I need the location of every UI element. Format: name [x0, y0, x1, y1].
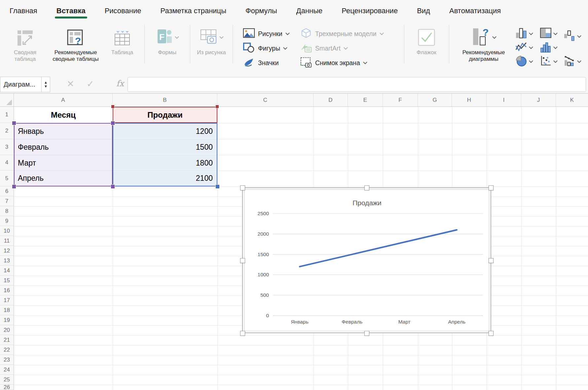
checkbox-button[interactable]: Флажок	[410, 28, 443, 56]
column-header-f[interactable]: F	[383, 94, 418, 106]
cell-A1[interactable]: Месяц	[14, 107, 113, 123]
red-range-handle[interactable]	[216, 105, 219, 108]
sheet-grid[interactable]: ABCDEFGHIJK 1234567891011121314151617181…	[0, 94, 588, 390]
forms-button[interactable]: F Формы	[149, 28, 186, 56]
row-header-14[interactable]: 14	[0, 266, 14, 276]
chart-resize-handle[interactable]	[489, 258, 494, 263]
tab-formulas[interactable]: Формулы	[244, 7, 278, 20]
cell-A3[interactable]: Февраль	[15, 139, 112, 155]
row-header-21[interactable]: 21	[0, 335, 14, 345]
recommended-pivots-button[interactable]: ? Рекомендуемые сводные таблицы	[46, 28, 106, 62]
column-header-e[interactable]: E	[348, 94, 383, 106]
tab-view[interactable]: Вид	[416, 7, 431, 20]
column-header-c[interactable]: C	[217, 94, 313, 106]
chart-resize-handle[interactable]	[240, 185, 245, 190]
histogram-chart-button[interactable]	[540, 41, 558, 54]
recommended-charts-button[interactable]: ? Рекомендуемые диаграммы	[455, 28, 512, 62]
row-header-2[interactable]: 2	[0, 123, 14, 139]
cell-B5[interactable]: 2100	[113, 171, 217, 186]
row-header-5[interactable]: 5	[0, 171, 14, 186]
cell-B4[interactable]: 1800	[113, 155, 217, 171]
smartart-button[interactable]: SmartArt	[300, 42, 348, 54]
scatter-chart-button[interactable]	[540, 55, 558, 68]
screenshot-button[interactable]: Снимок экрана	[300, 57, 367, 69]
chart-resize-handle[interactable]	[489, 185, 494, 190]
shapes-button[interactable]: Фигуры	[243, 42, 287, 54]
column-header-i[interactable]: I	[487, 94, 521, 106]
name-box-stepper[interactable]: ▲▼	[41, 77, 50, 92]
pictures-button[interactable]: Рисунки	[243, 28, 290, 40]
row-header-4[interactable]: 4	[0, 155, 14, 171]
chart-resize-handle[interactable]	[489, 331, 494, 336]
tab-review[interactable]: Рецензирование	[341, 7, 399, 20]
row-header-20[interactable]: 20	[0, 325, 14, 335]
row-header-23[interactable]: 23	[0, 355, 14, 365]
chart-object[interactable]: Продажи05001000150020002500ЯнварьФевраль…	[242, 187, 491, 333]
row-header-9[interactable]: 9	[0, 216, 14, 226]
3d-models-button[interactable]: Трехмерные модели	[300, 28, 384, 40]
red-range-handle[interactable]	[111, 105, 114, 108]
combo-chart-button[interactable]	[564, 55, 581, 68]
pivot-table-button[interactable]: Сводная таблица	[5, 28, 46, 62]
cell-A5[interactable]: Апрель	[15, 171, 112, 186]
row-header-3[interactable]: 3	[0, 139, 14, 155]
tab-home[interactable]: Главная	[9, 7, 38, 20]
row-header-7[interactable]: 7	[0, 196, 14, 206]
row-header-11[interactable]: 11	[0, 236, 14, 246]
tab-automate[interactable]: Автоматизация	[448, 7, 502, 20]
cell-B2[interactable]: 1200	[113, 124, 217, 139]
line-chart-button[interactable]	[515, 41, 533, 54]
name-box[interactable]: Диаграм... ▲▼	[0, 77, 50, 92]
tab-page-layout[interactable]: Разметка страницы	[159, 7, 227, 20]
cancel-icon[interactable]: ✕	[67, 79, 74, 89]
row-header-24[interactable]: 24	[0, 365, 14, 375]
range-A2-A5-categories[interactable]: ЯнварьФевральМартАпрель	[14, 123, 113, 186]
row-header-22[interactable]: 22	[0, 345, 14, 355]
row-header-26[interactable]: 26	[0, 385, 14, 390]
purple-range-handle[interactable]	[111, 121, 115, 125]
tab-insert[interactable]: Вставка	[55, 7, 87, 20]
cell-B1[interactable]: Продажи	[113, 107, 217, 123]
purple-range-handle[interactable]	[111, 185, 115, 188]
chart-resize-handle[interactable]	[240, 331, 245, 336]
table-button[interactable]: Таблица	[106, 28, 139, 56]
column-header-h[interactable]: H	[452, 94, 487, 106]
row-header-8[interactable]: 8	[0, 206, 14, 216]
row-header-18[interactable]: 18	[0, 305, 14, 315]
column-header-b[interactable]: B	[113, 94, 217, 106]
column-header-k[interactable]: K	[556, 94, 588, 106]
column-header-j[interactable]: J	[521, 94, 556, 106]
column-chart-button[interactable]	[515, 27, 533, 40]
chart-resize-handle[interactable]	[240, 258, 245, 263]
waterfall-chart-button[interactable]	[564, 30, 581, 43]
row-header-6[interactable]: 6	[0, 186, 14, 196]
range-B2-B5-values[interactable]: 1200150018002100	[113, 123, 217, 186]
cell-A4[interactable]: Март	[15, 155, 112, 171]
column-header-g[interactable]: G	[418, 94, 452, 106]
row-header-12[interactable]: 12	[0, 246, 14, 256]
row-header-15[interactable]: 15	[0, 276, 14, 286]
tab-data[interactable]: Данные	[295, 7, 323, 20]
row-header-25[interactable]: 25	[0, 375, 14, 385]
icons-button[interactable]: Значки	[243, 57, 279, 69]
row-header-13[interactable]: 13	[0, 256, 14, 266]
row-header-16[interactable]: 16	[0, 286, 14, 295]
chart-resize-handle[interactable]	[364, 185, 369, 190]
enter-icon[interactable]: ✓	[87, 79, 94, 89]
pie-chart-button[interactable]	[515, 55, 533, 68]
column-header-d[interactable]: D	[313, 94, 348, 106]
chart-resize-handle[interactable]	[364, 331, 369, 336]
purple-range-handle[interactable]	[12, 121, 16, 125]
formula-input[interactable]	[128, 77, 586, 92]
blue-range-handle[interactable]	[216, 185, 219, 188]
insert-function-icon[interactable]: fx	[116, 79, 124, 88]
row-header-1[interactable]: 1	[0, 107, 14, 123]
tab-draw[interactable]: Рисование	[104, 7, 142, 20]
select-all-corner[interactable]	[0, 94, 14, 106]
from-picture-button[interactable]: Из рисунка	[192, 28, 231, 56]
column-header-a[interactable]: A	[14, 94, 113, 106]
cell-B3[interactable]: 1500	[113, 139, 217, 155]
purple-range-handle[interactable]	[12, 185, 16, 188]
row-header-17[interactable]: 17	[0, 295, 14, 305]
treemap-chart-button[interactable]	[540, 27, 558, 40]
